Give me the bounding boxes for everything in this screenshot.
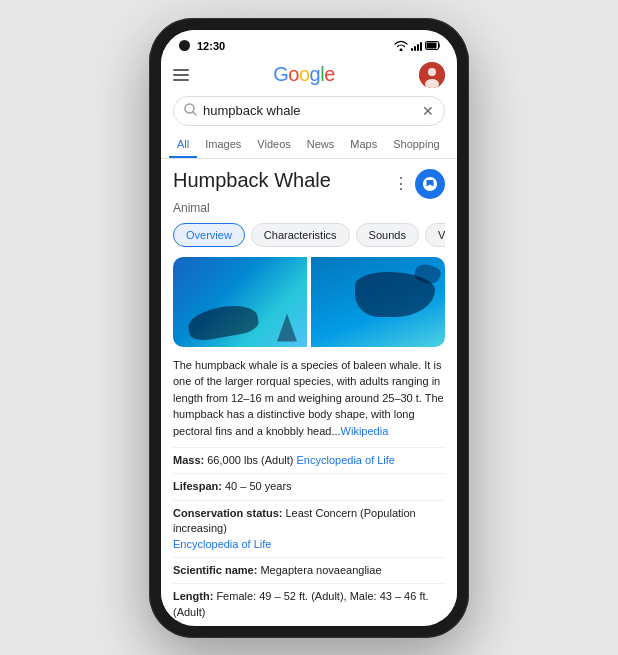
kp-description: The humpback whale is a species of balee… <box>173 357 445 440</box>
google-logo: Google <box>273 63 335 86</box>
whale-image-2 <box>311 257 445 347</box>
hamburger-menu[interactable] <box>173 69 189 81</box>
svg-point-3 <box>428 68 436 76</box>
main-content: Google humpback <box>161 56 457 620</box>
battery-icon <box>425 41 441 50</box>
avatar[interactable] <box>419 62 445 88</box>
save-icon <box>422 176 438 192</box>
kp-subtitle: Animal <box>173 201 445 215</box>
status-bar: 12:30 <box>161 30 457 56</box>
search-bar[interactable]: humpback whale ✕ <box>173 96 445 126</box>
status-time: 12:30 <box>197 40 225 52</box>
search-icon <box>184 103 197 119</box>
whale-image-1 <box>173 257 307 347</box>
nav-tab-videos[interactable]: Videos <box>249 132 298 158</box>
nav-tab-news[interactable]: News <box>299 132 343 158</box>
eof-link-conservation[interactable]: Encyclopedia of Life <box>173 538 271 550</box>
more-options-icon[interactable]: ⋮ <box>393 174 409 193</box>
signal-icon <box>411 41 422 51</box>
kp-action-icons: ⋮ <box>393 169 445 199</box>
fact-scientific-name: Scientific name: Megaptera novaeangliae <box>173 557 445 583</box>
nav-tabs: All Images Videos News Maps Shopping <box>161 132 457 159</box>
chip-videos[interactable]: Videos <box>425 223 445 247</box>
chip-characteristics[interactable]: Characteristics <box>251 223 350 247</box>
chip-overview[interactable]: Overview <box>173 223 245 247</box>
fact-length: Length: Female: 49 – 52 ft. (Adult), Mal… <box>173 583 445 619</box>
wikipedia-link[interactable]: Wikipedia <box>341 425 389 437</box>
google-header: Google <box>161 56 457 92</box>
nav-tab-all[interactable]: All <box>169 132 197 158</box>
fact-lifespan: Lifespan: 40 – 50 years <box>173 473 445 499</box>
fact-conservation: Conservation status: Least Concern (Popu… <box>173 500 445 557</box>
nav-tab-shopping[interactable]: Shopping <box>385 132 448 158</box>
kp-title: Humpback Whale <box>173 169 331 192</box>
kp-action-button[interactable] <box>415 169 445 199</box>
knowledge-panel: Humpback Whale ⋮ Animal Overview Char <box>161 159 457 620</box>
whale-images[interactable] <box>173 257 445 347</box>
kp-header: Humpback Whale ⋮ <box>173 169 445 199</box>
chip-sounds[interactable]: Sounds <box>356 223 419 247</box>
phone-device: 12:30 <box>149 18 469 638</box>
wifi-icon <box>394 40 408 51</box>
clear-search-icon[interactable]: ✕ <box>422 103 434 119</box>
nav-tab-images[interactable]: Images <box>197 132 249 158</box>
camera-hole <box>179 40 190 51</box>
status-icons <box>394 40 441 51</box>
chip-tabs: Overview Characteristics Sounds Videos <box>173 223 445 247</box>
nav-tab-maps[interactable]: Maps <box>342 132 385 158</box>
fact-mass: Mass: 66,000 lbs (Adult) Encyclopedia of… <box>173 447 445 473</box>
phone-screen: 12:30 <box>161 30 457 626</box>
eof-link-mass[interactable]: Encyclopedia of Life <box>297 454 395 466</box>
search-query: humpback whale <box>203 103 422 118</box>
svg-rect-1 <box>427 43 437 49</box>
